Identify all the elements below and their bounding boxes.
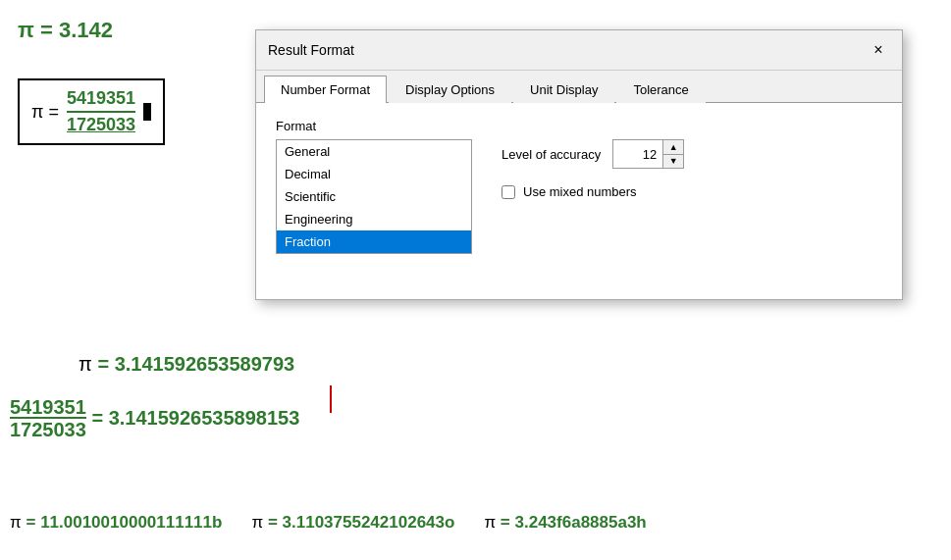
fraction-denominator: 1725033 xyxy=(67,113,135,135)
format-item-general[interactable]: General xyxy=(277,140,471,163)
accuracy-row: Level of accuracy ▲ ▼ xyxy=(502,139,882,169)
accuracy-input[interactable] xyxy=(613,144,662,165)
fraction2-denominator: 1725033 xyxy=(10,419,86,441)
dialog-titlebar: Result Format × xyxy=(256,30,902,71)
spinner-down-button[interactable]: ▼ xyxy=(663,154,683,168)
fraction-pi-eq: π = xyxy=(31,102,59,123)
eq-b2: = xyxy=(268,513,283,532)
bottom-expr-1: π = 11.0010010000111111b xyxy=(10,513,222,533)
pi-symbol-2: π xyxy=(79,353,92,375)
accuracy-label: Level of accuracy xyxy=(502,147,601,162)
spinner-buttons: ▲ ▼ xyxy=(662,140,683,168)
pi-approx-value: 3.142 xyxy=(59,18,113,42)
pi-top-expression: π = 3.142 xyxy=(18,18,113,43)
format-section-label: Format xyxy=(276,119,882,133)
eq-b3: = xyxy=(501,513,515,532)
fraction2-numerator: 5419351 xyxy=(10,397,86,419)
pi-sym-b1: π xyxy=(10,513,22,532)
tab-number-format[interactable]: Number Format xyxy=(264,76,387,103)
format-item-engineering[interactable]: Engineering xyxy=(277,208,471,230)
pi-sym-b3: π xyxy=(484,513,496,532)
pi-decimal-expression: π = 3.141592653589793 xyxy=(79,353,294,376)
equals-sign: = xyxy=(40,18,59,42)
bottom-expr-2: π = 3.1103755242102643o xyxy=(251,513,454,533)
fraction2-wrap: 5419351 1725033 xyxy=(10,397,86,441)
format-list: General Decimal Scientific Engineering F… xyxy=(276,139,472,254)
format-item-fraction[interactable]: Fraction xyxy=(277,230,471,253)
fraction-numerator: 5419351 xyxy=(67,88,135,113)
red-cursor-indicator xyxy=(330,385,332,413)
fraction-display-box: π = 5419351 1725033 xyxy=(18,78,165,145)
pi-symbol: π xyxy=(18,18,34,42)
dialog-title: Result Format xyxy=(268,42,354,58)
bottom-expr-3: π = 3.243f6a8885a3h xyxy=(484,513,646,533)
val-b2: 3.1103755242102643o xyxy=(283,513,455,532)
eq-b1: = xyxy=(26,513,40,532)
fraction-equation-line: 5419351 1725033 = 3.1415926535898153 xyxy=(10,397,299,441)
dialog-tabs: Number Format Display Options Unit Displ… xyxy=(256,71,902,103)
pi-sym-b2: π xyxy=(251,513,263,532)
text-cursor xyxy=(143,103,151,121)
mixed-numbers-row: Use mixed numbers xyxy=(502,184,882,199)
tab-tolerance[interactable]: Tolerance xyxy=(616,76,705,103)
close-button[interactable]: × xyxy=(867,38,890,62)
val-b1: 11.0010010000111111b xyxy=(40,513,222,532)
format-item-scientific[interactable]: Scientific xyxy=(277,185,471,208)
fraction2-eq-value: = 3.1415926535898153 xyxy=(91,407,299,429)
pi-decimal-eq: = xyxy=(97,353,114,375)
val-b3: 3.243f6a8885a3h xyxy=(515,513,647,532)
dialog-body: Format General Decimal Scientific Engine… xyxy=(256,103,902,299)
fraction-value: 5419351 1725033 xyxy=(67,88,135,135)
right-panel: Level of accuracy ▲ ▼ Use mixed numbers xyxy=(502,139,882,199)
tab-unit-display[interactable]: Unit Display xyxy=(513,76,614,103)
mixed-numbers-checkbox[interactable] xyxy=(502,185,515,199)
result-format-dialog: Result Format × Number Format Display Op… xyxy=(255,29,903,300)
spinner-up-button[interactable]: ▲ xyxy=(663,140,683,154)
bottom-expressions: π = 11.0010010000111111b π = 3.110375524… xyxy=(10,513,647,533)
pi-decimal-value: 3.141592653589793 xyxy=(115,353,295,375)
dialog-content-area: General Decimal Scientific Engineering F… xyxy=(276,139,882,254)
tab-display-options[interactable]: Display Options xyxy=(389,76,511,103)
accuracy-spinner: ▲ ▼ xyxy=(612,139,684,169)
format-item-decimal[interactable]: Decimal xyxy=(277,163,471,185)
mixed-numbers-label[interactable]: Use mixed numbers xyxy=(523,184,637,199)
